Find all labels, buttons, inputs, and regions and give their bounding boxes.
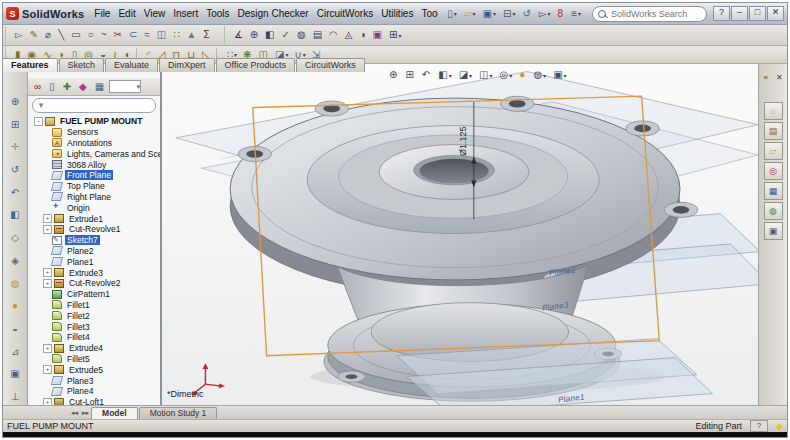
tree-item-top-plane[interactable]: Top Plane bbox=[30, 181, 160, 192]
tab-motion-study-1[interactable]: Motion Study 1 bbox=[139, 407, 218, 419]
tab-evaluate[interactable]: Evaluate bbox=[105, 58, 158, 72]
tab-dimxpert[interactable]: DimXpert bbox=[159, 58, 215, 72]
expand-toggle[interactable]: + bbox=[43, 225, 52, 234]
print-icon[interactable]: ⊟▾ bbox=[500, 5, 518, 22]
tab-sketch[interactable]: Sketch bbox=[59, 58, 105, 72]
open-icon[interactable]: ▱▾ bbox=[461, 5, 479, 22]
featuremanager-filter-input[interactable] bbox=[48, 100, 162, 112]
zoom-fit-icon[interactable]: ⊕ bbox=[386, 66, 401, 84]
hidden-lines-icon[interactable]: ◈ bbox=[9, 253, 21, 269]
rotate-view-icon[interactable]: ↺ bbox=[9, 162, 21, 178]
expand-toggle[interactable]: + bbox=[43, 214, 52, 223]
shaded-icon[interactable]: ● bbox=[10, 298, 20, 314]
expand-toggle[interactable]: + bbox=[43, 268, 52, 277]
quick-tips-icon[interactable]: ? bbox=[750, 420, 768, 432]
tree-item-lights[interactable]: Lights, Cameras and Scene bbox=[30, 148, 160, 159]
draft-analysis-icon[interactable]: ◬ bbox=[342, 26, 357, 44]
tree-item-plane1[interactable]: Plane1 bbox=[30, 256, 160, 267]
expand-toggle[interactable]: + bbox=[43, 279, 52, 288]
tree-item-cut-loft1[interactable]: + Cut-Loft1 bbox=[30, 397, 160, 405]
close-icon[interactable]: ✕ bbox=[773, 68, 786, 86]
view-settings-icon[interactable]: ▣▾ bbox=[550, 66, 569, 84]
tree-item-plane2[interactable]: Plane2 bbox=[30, 246, 160, 257]
tab-features[interactable]: Features bbox=[2, 58, 58, 72]
expand-toggle[interactable]: + bbox=[43, 344, 52, 353]
tree-item-front-plane[interactable]: Front Plane bbox=[30, 170, 160, 181]
smart-dimension-icon[interactable]: ⌀ bbox=[42, 26, 55, 44]
previous-view-icon[interactable]: ↶ bbox=[419, 66, 434, 84]
hide-show-icon[interactable]: ∞ bbox=[31, 78, 44, 96]
pin-icon[interactable]: « bbox=[760, 68, 770, 86]
tree-item-extrude5[interactable]: + Extrude5 bbox=[30, 364, 160, 375]
zebra-stripes-icon[interactable]: ▤ bbox=[310, 26, 326, 44]
expand-toggle[interactable]: - bbox=[34, 117, 43, 126]
view-palette-icon[interactable]: ▦ bbox=[764, 182, 783, 200]
tree-root-part[interactable]: - FUEL PUMP MOUNT bbox=[30, 116, 160, 127]
tools-icon[interactable]: ✚ bbox=[60, 78, 74, 96]
tree-item-right-plane[interactable]: Right Plane bbox=[30, 192, 160, 203]
tree-item-extrude1[interactable]: + Extrude1 bbox=[30, 213, 160, 224]
measure-icon[interactable]: ∡ bbox=[231, 26, 247, 44]
tree-item-cirpattern1[interactable]: CirPattern1 bbox=[30, 289, 160, 300]
mirror-entities-icon[interactable]: ◫ bbox=[154, 26, 170, 44]
section-view-icon[interactable]: ◧▾ bbox=[435, 66, 454, 84]
zoom-area-icon[interactable]: ⊞ bbox=[9, 117, 21, 133]
simulation-icon[interactable]: ▣ bbox=[370, 26, 386, 44]
pan-icon[interactable]: ✛ bbox=[9, 139, 21, 155]
minimize-button[interactable]: – bbox=[731, 6, 748, 21]
menu-item[interactable]: Design Checker bbox=[234, 6, 313, 21]
sketch-icon[interactable]: ✎ bbox=[27, 26, 42, 44]
check-icon[interactable]: ✓ bbox=[279, 26, 294, 44]
tree-item-fillet1[interactable]: Fillet1 bbox=[30, 300, 160, 311]
select-cursor-icon[interactable]: ▻▾ bbox=[536, 5, 554, 22]
featuremanager-filter[interactable]: ▼ bbox=[32, 98, 156, 113]
appearance-icon[interactable]: ◆ bbox=[76, 78, 90, 96]
spline-icon[interactable]: ~ bbox=[98, 26, 111, 44]
tree-item-fillet5[interactable]: Fillet5 bbox=[30, 354, 160, 365]
wireframe-icon[interactable]: ◇ bbox=[9, 230, 21, 246]
convert-entities-icon[interactable]: ⊂ bbox=[126, 26, 141, 44]
appearances-scenes-icon[interactable]: ◍ bbox=[764, 202, 783, 220]
trim-entities-icon[interactable]: ✂ bbox=[111, 26, 126, 44]
restore-button[interactable]: □ bbox=[749, 6, 766, 21]
graphics-viewport[interactable]: ⊕⊞↶◧▾◪▾◫▾◎▾●◍▾▣▾ Plane2 Plane3 Plane1 Pl… bbox=[162, 64, 758, 405]
tree-item-extrude4[interactable]: + Extrude4 bbox=[30, 343, 160, 354]
expand-toggle[interactable]: + bbox=[43, 365, 52, 374]
expand-toggle[interactable]: + bbox=[43, 398, 52, 405]
menu-item[interactable]: Tools bbox=[202, 6, 233, 21]
motion-icon[interactable]: ⊞▾ bbox=[386, 26, 404, 44]
apply-scene-icon[interactable]: ◍▾ bbox=[530, 66, 549, 84]
tree-item-material[interactable]: 3068 Alloy bbox=[30, 159, 160, 170]
tree-item-sensors[interactable]: Sensors bbox=[30, 127, 160, 138]
menu-item[interactable]: Insert bbox=[169, 6, 202, 21]
close-button[interactable]: ✕ bbox=[767, 6, 784, 21]
display-icon[interactable]: ▦ bbox=[92, 78, 107, 96]
new-document-icon[interactable]: ▯▾ bbox=[444, 5, 460, 22]
rectangle-icon[interactable]: ▭ bbox=[68, 26, 84, 44]
perspective-icon[interactable]: ⊿ bbox=[9, 344, 21, 360]
tree-item-extrude3[interactable]: + Extrude3 bbox=[30, 267, 160, 278]
tab-scroll-right-icon[interactable]: ▸▸ bbox=[80, 409, 91, 417]
menu-item[interactable]: Edit bbox=[114, 6, 139, 21]
select-icon[interactable]: ▻ bbox=[12, 26, 27, 44]
mass-properties-icon[interactable]: ⊕ bbox=[247, 26, 262, 44]
linear-sketch-pattern-icon[interactable]: ∷ bbox=[170, 26, 183, 44]
options-icon[interactable]: ≡▾ bbox=[568, 5, 584, 22]
tree-item-fillet2[interactable]: Fillet2 bbox=[30, 310, 160, 321]
edit-appearance-icon[interactable]: ● bbox=[516, 66, 529, 84]
section-view-icon[interactable]: ◧ bbox=[8, 208, 21, 224]
solidworks-resources-icon[interactable]: ⌂ bbox=[764, 102, 783, 120]
help-button[interactable]: ? bbox=[713, 6, 730, 21]
tree-item-cut-revolve2[interactable]: + Cut-Revolve2 bbox=[30, 278, 160, 289]
view-orientation-icon[interactable]: ◪▾ bbox=[456, 66, 475, 84]
tree-item-annotations[interactable]: Annotations bbox=[30, 138, 160, 149]
search-input[interactable] bbox=[609, 7, 701, 20]
undercut-analysis-icon[interactable]: ◑ bbox=[357, 26, 370, 44]
tree-item-sketch7[interactable]: Sketch7 bbox=[30, 235, 160, 246]
menu-item[interactable]: CircuitWorks bbox=[313, 6, 377, 21]
tab-office-products[interactable]: Office Products bbox=[216, 58, 295, 72]
shaded-edges-icon[interactable]: ◍ bbox=[9, 276, 22, 292]
display-style-icon[interactable]: ◫▾ bbox=[476, 66, 495, 84]
normal-to-icon[interactable]: ⊥ bbox=[9, 389, 22, 405]
offset-entities-icon[interactable]: ≈ bbox=[141, 26, 154, 44]
